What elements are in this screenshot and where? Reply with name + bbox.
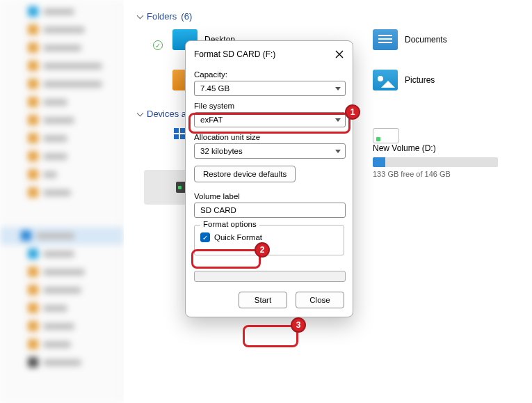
nav-sidebar	[0, 0, 124, 403]
chevron-down-icon	[335, 87, 341, 90]
callout-badge-3: 3	[291, 317, 306, 333]
format-options-legend: Format options	[200, 220, 259, 228]
format-progress-bar	[194, 271, 346, 282]
capacity-label: Capacity:	[194, 70, 344, 79]
windows-drive-icon[interactable]	[174, 128, 185, 139]
capacity-value: 7.45 GB	[200, 84, 229, 93]
drive-icon	[373, 128, 399, 143]
drive-name: New Volume (D:)	[373, 143, 498, 153]
filesystem-label: File system	[194, 102, 344, 110]
folder-label: Pictures	[405, 75, 435, 85]
callout-badge-1: 1	[345, 104, 360, 120]
close-button[interactable]	[333, 48, 346, 61]
close-dialog-button[interactable]: Close	[296, 292, 344, 308]
folders-section-header[interactable]: Folders (6)	[138, 11, 192, 22]
restore-defaults-button[interactable]: Restore device defaults	[194, 166, 296, 182]
chevron-down-icon	[335, 150, 341, 153]
capacity-combo[interactable]: 7.45 GB	[194, 81, 346, 96]
dialog-title: Format SD CARD (F:)	[194, 49, 275, 59]
format-dialog: Format SD CARD (F:) Capacity: 7.45 GB Fi…	[185, 40, 353, 317]
allocation-label: Allocation unit size	[194, 133, 344, 141]
volume-label-value: SD CARD	[200, 206, 236, 214]
chevron-down-icon	[335, 118, 341, 122]
restore-defaults-label: Restore device defaults	[203, 170, 287, 178]
folders-count: (6)	[181, 11, 192, 22]
volume-label-label: Volume label	[194, 192, 344, 200]
folder-documents[interactable]: Documents	[373, 29, 447, 50]
sync-check-icon: ✓	[153, 40, 163, 50]
folder-label: Documents	[405, 35, 447, 45]
drive-free-text: 133 GB free of 146 GB	[373, 170, 498, 178]
volume-label-input[interactable]: SD CARD	[194, 203, 346, 218]
drive-new-volume[interactable]: New Volume (D:) 133 GB free of 146 GB	[373, 128, 532, 178]
documents-icon	[373, 29, 398, 50]
close-label: Close	[309, 296, 330, 304]
callout-badge-2: 2	[255, 242, 270, 258]
chevron-down-icon	[137, 12, 144, 19]
allocation-value: 32 kilobytes	[200, 147, 243, 155]
start-label: Start	[255, 296, 271, 304]
quick-format-checkbox[interactable]: ✓ Quick Format	[200, 232, 338, 242]
dialog-titlebar: Format SD CARD (F:)	[186, 41, 353, 65]
folders-label: Folders	[147, 11, 177, 22]
quick-format-label: Quick Format	[214, 233, 262, 242]
close-icon	[335, 50, 344, 58]
folder-pictures[interactable]: Pictures	[373, 70, 435, 90]
checkbox-checked-icon: ✓	[200, 232, 210, 242]
drive-usage-bar	[373, 157, 498, 167]
filesystem-value: exFAT	[200, 116, 223, 124]
start-button[interactable]: Start	[239, 292, 287, 308]
chevron-down-icon	[137, 109, 144, 116]
filesystem-combo[interactable]: exFAT	[194, 112, 346, 127]
allocation-combo[interactable]: 32 kilobytes	[194, 143, 346, 159]
pictures-icon	[373, 70, 398, 90]
